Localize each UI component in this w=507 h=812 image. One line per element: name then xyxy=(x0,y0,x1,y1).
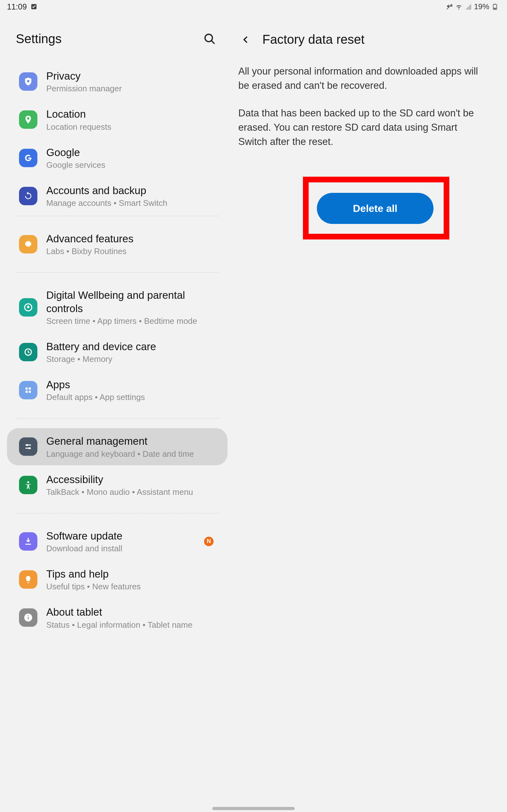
item-sub: Permission manager xyxy=(46,84,216,94)
clock: 11:09 xyxy=(7,2,27,11)
item-title: Accounts and backup xyxy=(46,184,216,197)
item-title: About tablet xyxy=(46,606,216,618)
wifi-icon xyxy=(455,3,463,10)
svg-point-11 xyxy=(25,387,28,390)
item-sub: Status • Legal information • Tablet name xyxy=(46,620,216,630)
notification-icon xyxy=(30,3,38,10)
delete-all-button[interactable]: Delete all xyxy=(317,193,434,224)
item-title: General management xyxy=(46,435,216,448)
item-title: Advanced features xyxy=(46,232,216,245)
location-icon xyxy=(19,110,38,129)
svg-point-22 xyxy=(27,615,29,616)
google-icon xyxy=(19,149,38,167)
sidebar-item-software-update[interactable]: Software update Download and install N xyxy=(7,523,228,560)
svg-rect-21 xyxy=(28,617,29,620)
item-sub: Language and keyboard • Date and time xyxy=(46,449,216,459)
nav-handle[interactable] xyxy=(212,807,295,810)
svg-point-18 xyxy=(29,447,31,449)
sidebar-item-advanced-features[interactable]: Advanced features Labs • Bixby Routines xyxy=(7,226,228,263)
item-title: Google xyxy=(46,146,216,159)
sidebar-item-apps[interactable]: Apps Default apps • App settings xyxy=(7,372,228,409)
update-badge: N xyxy=(204,537,214,546)
info-icon xyxy=(19,608,38,627)
svg-rect-4 xyxy=(494,8,496,9)
sidebar-item-accounts-backup[interactable]: Accounts and backup Manage accounts • Sm… xyxy=(7,177,228,214)
item-title: Digital Wellbeing and parental controls xyxy=(46,289,216,315)
item-sub: Useful tips • New features xyxy=(46,582,216,592)
item-title: Accessibility xyxy=(46,473,216,486)
battery-text: 19% xyxy=(474,2,489,11)
svg-point-13 xyxy=(25,391,28,393)
shield-icon xyxy=(19,72,38,91)
divider xyxy=(16,513,219,513)
signal-icon xyxy=(464,3,472,10)
svg-point-19 xyxy=(27,481,29,483)
svg-point-12 xyxy=(29,387,31,390)
search-icon[interactable] xyxy=(204,33,216,45)
battery-icon xyxy=(491,3,499,10)
svg-point-14 xyxy=(29,391,31,393)
care-icon xyxy=(19,343,38,361)
sidebar-item-general-management[interactable]: General management Language and keyboard… xyxy=(7,428,228,465)
mute-icon xyxy=(446,3,453,10)
item-sub: Screen time • App timers • Bedtime mode xyxy=(46,316,216,326)
detail-paragraph-2: Data that has been backed up to the SD c… xyxy=(238,106,478,149)
item-sub: TalkBack • Mono audio • Assistant menu xyxy=(46,487,216,497)
item-sub: Download and install xyxy=(46,544,216,554)
gear-icon xyxy=(19,235,38,253)
sidebar-item-privacy[interactable]: Privacy Permission manager xyxy=(7,63,228,100)
detail-paragraph-1: All your personal information and downlo… xyxy=(238,64,478,93)
accessibility-icon xyxy=(19,476,38,494)
sidebar-item-about-tablet[interactable]: About tablet Status • Legal information … xyxy=(7,599,228,636)
apps-icon xyxy=(19,381,38,399)
back-button[interactable] xyxy=(239,33,253,47)
svg-point-16 xyxy=(26,444,28,446)
bulb-icon xyxy=(19,570,38,589)
sidebar-item-battery-care[interactable]: Battery and device care Storage • Memory xyxy=(7,334,228,370)
item-sub: Storage • Memory xyxy=(46,354,216,364)
wellbeing-icon xyxy=(19,298,38,316)
settings-pane: Settings Privacy Permission manager Loca… xyxy=(0,13,234,812)
download-icon xyxy=(19,532,38,551)
sidebar-item-location[interactable]: Location Location requests xyxy=(7,101,228,138)
item-sub: Labs • Bixby Routines xyxy=(46,247,216,256)
sidebar-item-google[interactable]: Google Google services xyxy=(7,140,228,176)
svg-rect-3 xyxy=(494,4,496,5)
item-sub: Default apps • App settings xyxy=(46,392,216,402)
sync-icon xyxy=(19,187,38,205)
divider xyxy=(16,272,219,273)
svg-point-7 xyxy=(27,80,30,83)
detail-title: Factory data reset xyxy=(262,32,364,47)
item-title: Location xyxy=(46,107,216,120)
item-title: Tips and help xyxy=(46,567,216,580)
item-title: Privacy xyxy=(46,69,216,83)
item-sub: Google services xyxy=(46,160,216,170)
sidebar-item-tips-help[interactable]: Tips and help Useful tips • New features xyxy=(7,561,228,598)
sliders-icon xyxy=(19,438,38,456)
item-title: Battery and device care xyxy=(46,340,216,353)
sidebar-item-accessibility[interactable]: Accessibility TalkBack • Mono audio • As… xyxy=(7,467,228,503)
divider xyxy=(16,216,219,216)
svg-line-6 xyxy=(211,41,215,44)
item-title: Software update xyxy=(46,529,216,542)
item-sub: Location requests xyxy=(46,122,216,132)
item-title: Apps xyxy=(46,378,216,391)
svg-point-5 xyxy=(205,34,212,42)
settings-title: Settings xyxy=(16,32,62,46)
detail-pane: Factory data reset All your personal inf… xyxy=(234,13,507,812)
item-sub: Manage accounts • Smart Switch xyxy=(46,198,216,208)
divider xyxy=(16,418,219,419)
sidebar-item-digital-wellbeing[interactable]: Digital Wellbeing and parental controls … xyxy=(7,282,228,333)
status-bar: 11:09 19% xyxy=(0,0,507,13)
